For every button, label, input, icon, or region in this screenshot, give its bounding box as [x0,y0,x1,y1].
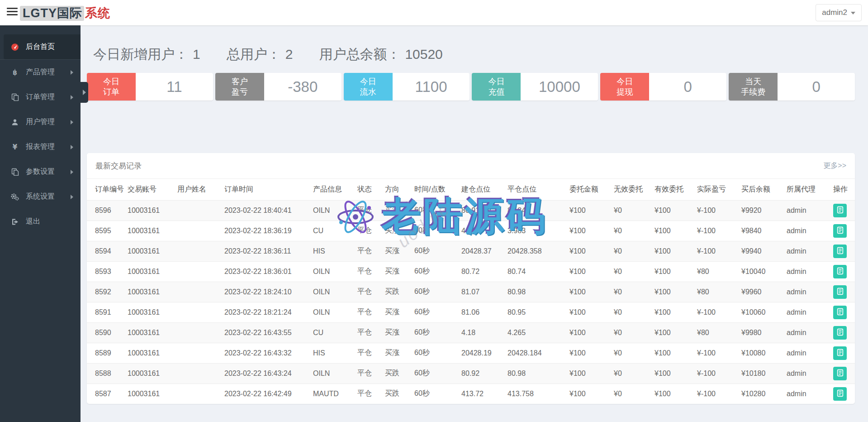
row-detail-button[interactable] [833,204,847,217]
row-detail-button[interactable] [833,387,847,401]
duration-cell: 60秒 [414,241,461,261]
amount-cell: ¥100 [569,261,614,282]
sidebar-item-2[interactable]: B产品管理 [0,60,81,85]
open-price-cell: 20428.19 [461,343,508,363]
sidebar-item-label: 报表管理 [26,142,55,152]
stat-card-value: 11 [136,73,213,101]
operation-cell [833,200,855,221]
sidebar-item-3[interactable]: 订单管理 [0,85,81,110]
amount-cell: ¥100 [569,282,614,302]
order-id-cell: 8590 [87,322,128,343]
column-header: 用户姓名 [177,179,224,200]
profit-cell: ¥80 [697,261,741,282]
trades-table: 订单编号交易账号用户姓名订单时间产品信息状态方向时间/点数建仓点位平仓点位委托金… [87,179,855,404]
sidebar-item-label: 参数设置 [26,167,55,177]
sidebar-item-6[interactable]: 参数设置 [0,159,81,184]
balance-cell: ¥10180 [741,363,787,384]
sidebar-item-7[interactable]: 系统设置 [0,184,81,209]
open-price-cell: 81.06 [461,302,508,322]
profit-cell: ¥80 [697,282,741,302]
account-cell: 10003161 [128,200,177,221]
order-id-cell: 8595 [87,221,128,241]
agent-cell: admin [787,302,833,322]
amount-cell: ¥100 [569,322,614,343]
chevron-right-icon [83,90,86,95]
top-bar: LGTY国际系统 admin2 [0,0,868,25]
row-detail-button[interactable] [833,265,847,278]
user-name-cell [177,261,224,282]
detail-icon [836,308,844,317]
sidebar-item-1[interactable]: 后台首页 [4,34,81,59]
table-row: 8590100031612023-02-22 16:43:55CU平仓买涨60秒… [87,322,855,343]
row-detail-button[interactable] [833,326,847,340]
agent-cell: admin [787,384,833,404]
direction-cell: 买涨 [385,241,414,261]
chevron-right-icon [71,95,73,100]
menu-toggle-icon[interactable] [7,8,18,17]
row-detail-button[interactable] [833,224,847,238]
column-header: 平仓点位 [508,179,569,200]
table-row: 8592100031612023-02-22 18:24:10OILN平仓买跌6… [87,282,855,302]
order-id-cell: 8589 [87,343,128,363]
column-header: 买后余额 [741,179,787,200]
valid-amount-cell: ¥100 [655,241,697,261]
yen-icon: ¥ [10,143,20,151]
gears-icon [10,193,20,201]
table-row: 8589100031612023-02-22 16:43:32HIS平仓买涨60… [87,343,855,363]
sidebar-handle[interactable] [81,82,88,103]
chevron-right-icon [71,170,73,174]
chevron-right-icon [71,145,73,149]
agent-cell: admin [787,200,833,221]
product-cell: OILN [313,200,357,221]
detail-icon [836,226,844,235]
column-header: 方向 [385,179,414,200]
stat-card: 今日充值10000 [472,73,598,101]
open-price-cell: 4.18 [461,322,508,343]
valid-amount-cell: ¥100 [655,343,697,363]
operation-cell [833,282,855,302]
close-price-cell: 4.265 [508,322,569,343]
stat-card-value: 0 [649,73,726,101]
open-price-cell: 80.91 [461,200,508,221]
app-logo: LGTY国际系统 [20,5,110,21]
row-detail-button[interactable] [833,306,847,319]
account-cell: 10003161 [128,282,177,302]
column-header: 交易账号 [128,179,177,200]
duration-cell: 60秒 [414,221,461,241]
balance-cell: ¥10080 [741,343,787,363]
status-cell: 平仓 [357,200,385,221]
chevron-down-icon [851,12,855,14]
order-time-cell: 2023-02-22 18:40:41 [224,200,313,221]
sidebar-item-8[interactable]: 退出 [0,209,81,234]
order-id-cell: 8594 [87,241,128,261]
detail-icon [836,288,844,297]
row-detail-button[interactable] [833,367,847,380]
row-detail-button[interactable] [833,245,847,258]
close-price-cell: 80.74 [508,261,569,282]
valid-amount-cell: ¥100 [655,221,697,241]
sidebar-item-4[interactable]: 用户管理 [0,110,81,134]
order-time-cell: 2023-02-22 18:21:24 [224,302,313,322]
close-price-cell: 80.98 [508,282,569,302]
profit-cell: ¥-100 [697,363,741,384]
sidebar-item-5[interactable]: ¥报表管理 [0,134,81,159]
product-cell: HIS [313,241,357,261]
panel-title: 最新交易记录 [95,161,142,171]
invalid-amount-cell: ¥0 [614,261,655,282]
status-cell: 平仓 [357,363,385,384]
balance-cell: ¥10060 [741,302,787,322]
row-detail-button[interactable] [833,285,847,299]
direction-cell: 买涨 [385,221,414,241]
status-cell: 平仓 [357,322,385,343]
detail-icon [836,267,844,276]
valid-amount-cell: ¥100 [655,200,697,221]
summary-label: 总用户： [227,47,281,62]
row-detail-button[interactable] [833,346,847,360]
table-row: 8593100031612023-02-22 18:36:01OILN平仓买涨6… [87,261,855,282]
summary-stat: 用户总余额：10520 [319,45,442,64]
order-id-cell: 8587 [87,384,128,404]
summary-value: 2 [285,47,293,62]
more-link[interactable]: 更多>> [823,161,846,171]
status-cell: 平仓 [357,282,385,302]
user-menu[interactable]: admin2 [816,4,862,21]
